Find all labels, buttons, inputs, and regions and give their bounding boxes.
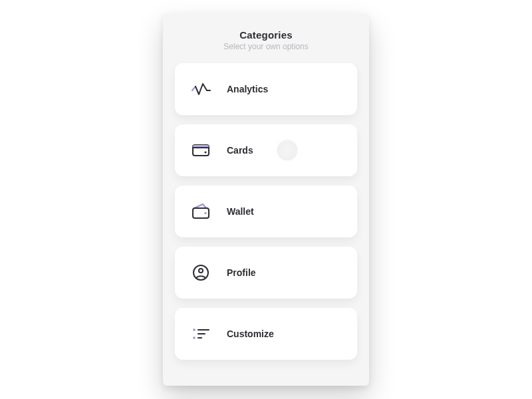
touch-indicator <box>276 139 299 162</box>
page-title: Categories <box>175 29 357 41</box>
category-label: Profile <box>227 267 256 278</box>
category-item-customize[interactable]: Customize <box>175 308 357 360</box>
category-list: Analytics Cards <box>175 63 357 360</box>
page-subtitle: Select your own options <box>175 42 357 51</box>
cards-icon <box>190 139 212 162</box>
analytics-icon <box>190 78 212 100</box>
svg-point-4 <box>204 151 206 153</box>
customize-icon <box>190 323 212 345</box>
wallet-icon <box>190 200 212 223</box>
category-item-cards[interactable]: Cards <box>175 124 357 176</box>
category-label: Cards <box>227 145 253 156</box>
categories-screen: Categories Select your own options Analy… <box>163 13 369 386</box>
profile-icon <box>190 261 212 284</box>
category-label: Analytics <box>227 84 268 94</box>
svg-point-9 <box>193 329 196 331</box>
category-label: Customize <box>227 329 274 339</box>
category-label: Wallet <box>227 206 254 217</box>
category-item-profile[interactable]: Profile <box>175 247 357 299</box>
header: Categories Select your own options <box>175 29 357 51</box>
category-item-analytics[interactable]: Analytics <box>175 63 357 115</box>
category-item-wallet[interactable]: Wallet <box>175 186 357 237</box>
svg-point-10 <box>193 336 196 339</box>
svg-point-8 <box>199 269 203 273</box>
svg-point-6 <box>204 212 206 214</box>
